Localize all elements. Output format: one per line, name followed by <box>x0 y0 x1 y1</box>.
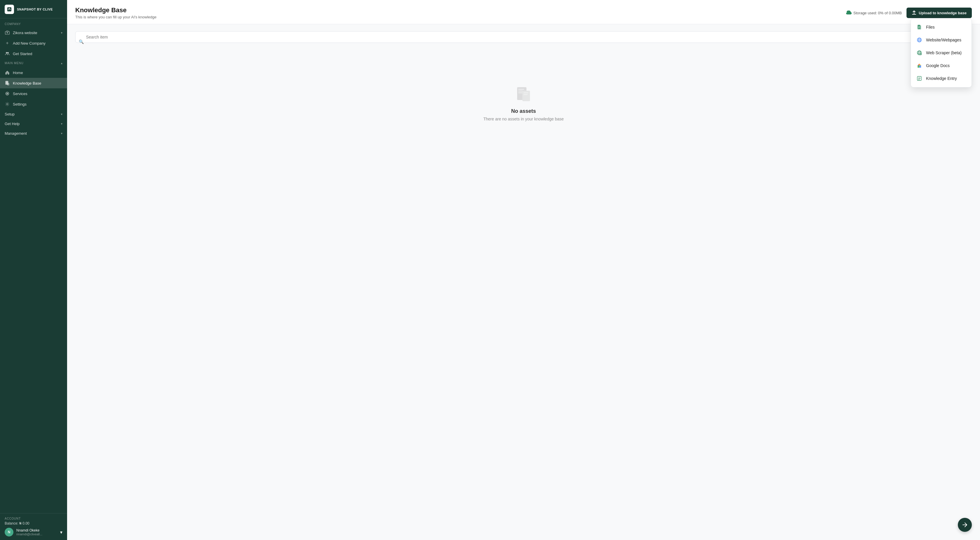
main-content: Knowledge Base This is where you can fil… <box>67 0 980 540</box>
svg-marker-39 <box>920 65 921 68</box>
files-icon <box>916 24 923 30</box>
google-docs-icon <box>916 62 923 69</box>
scraper-label: Web Scraper (beta) <box>926 51 962 55</box>
dropdown-item-gdocs[interactable]: Google Docs <box>911 59 972 72</box>
svg-marker-37 <box>918 64 920 65</box>
svg-rect-19 <box>523 94 528 95</box>
management-label: Management <box>5 131 27 136</box>
gdocs-label: Google Docs <box>926 63 950 68</box>
empty-subtitle: There are no assets in your knowledge ba… <box>483 117 564 121</box>
empty-state: No assets There are no assets in your kn… <box>75 62 972 145</box>
logo-icon <box>5 5 14 14</box>
svg-point-11 <box>7 93 8 94</box>
sidebar-logo: SNAPSHOT BY CLIVE <box>0 0 67 18</box>
storage-text: Storage used: 0% of 0.00MB <box>853 11 902 15</box>
sidebar-item-settings[interactable]: Settings <box>0 99 67 110</box>
knowledge-base-label: Knowledge Base <box>13 81 41 86</box>
website-label: Website/Webpages <box>926 38 961 42</box>
add-company-label: Add New Company <box>13 41 46 46</box>
user-info: Nnamdi Okeke nnamdi@cliveall... <box>16 528 57 536</box>
main-menu-header: Main Menu ▴ <box>0 59 67 67</box>
empty-title: No assets <box>511 108 536 114</box>
svg-rect-40 <box>917 76 921 81</box>
services-label: Services <box>13 92 27 96</box>
sidebar-item-services[interactable]: Services <box>0 88 67 99</box>
setup-label: Setup <box>5 112 14 116</box>
knowledge-base-icon <box>5 81 10 86</box>
page-subtitle: This is where you can fill up your AI's … <box>75 15 157 19</box>
svg-marker-36 <box>920 64 921 65</box>
setup-header[interactable]: Setup ▾ <box>0 110 67 119</box>
knowledge-entry-icon <box>916 75 923 82</box>
dropdown-item-website[interactable]: Website/Webpages <box>911 33 972 46</box>
page-title: Knowledge Base <box>75 6 157 14</box>
get-started-label: Get Started <box>13 52 32 56</box>
company-section-label: Company <box>0 18 67 27</box>
entry-label: Knowledge Entry <box>926 76 957 81</box>
home-label: Home <box>13 71 23 75</box>
storage-info: Storage used: 0% of 0.00MB <box>846 10 902 16</box>
main-header: Knowledge Base This is where you can fil… <box>67 0 980 24</box>
globe-icon <box>916 37 923 43</box>
dropdown-item-scraper[interactable]: Web Scraper (beta) <box>911 46 972 59</box>
account-label: Account <box>5 517 62 520</box>
chevron-down-icon: ▾ <box>61 31 62 34</box>
upload-btn-label: Upload to knowledge base <box>919 11 967 15</box>
svg-rect-14 <box>518 89 524 90</box>
get-help-label: Get Help <box>5 122 19 126</box>
search-input[interactable] <box>75 31 972 43</box>
svg-point-26 <box>918 38 920 42</box>
user-row[interactable]: N Nnamdi Okeke nnamdi@cliveall... ▾ <box>5 528 62 537</box>
web-scraper-icon <box>916 49 923 56</box>
sidebar: SNAPSHOT BY CLIVE Company Zikora website… <box>0 0 67 540</box>
home-icon <box>5 70 10 75</box>
sidebar-account: Account Balance: ₦ 0.00 N Nnamdi Okeke n… <box>0 513 67 540</box>
company-section: Company Zikora website ▾ + Add New Compa… <box>0 18 67 59</box>
svg-marker-38 <box>918 65 920 68</box>
upload-dropdown: Files Website/Webpages Web Scrape <box>911 18 972 87</box>
svg-rect-15 <box>518 91 523 92</box>
page-title-area: Knowledge Base This is where you can fil… <box>75 6 157 19</box>
balance-text: Balance: ₦ 0.00 <box>5 521 62 526</box>
management-header[interactable]: Management ▾ <box>0 129 67 138</box>
user-name: Nnamdi Okeke <box>16 528 57 532</box>
fab-button[interactable] <box>958 518 972 532</box>
main-body: 🔍 No assets There are no assets in your … <box>67 24 980 540</box>
search-wrapper: 🔍 <box>75 31 972 52</box>
svg-point-3 <box>6 52 7 54</box>
company-icon <box>5 30 10 35</box>
avatar: N <box>5 528 13 537</box>
svg-rect-9 <box>7 83 9 85</box>
add-icon: + <box>5 41 10 46</box>
main-menu-section: Main Menu ▴ Home Knowledge Bas <box>0 59 67 110</box>
get-started-item[interactable]: Get Started <box>0 48 67 59</box>
setup-section: Setup ▾ Get Help ▾ Management ▾ <box>0 110 67 138</box>
search-icon: 🔍 <box>79 40 84 44</box>
settings-icon <box>5 102 10 107</box>
svg-rect-18 <box>523 92 528 93</box>
svg-rect-2 <box>7 32 8 33</box>
sidebar-item-home[interactable]: Home <box>0 67 67 78</box>
sidebar-item-knowledge-base[interactable]: Knowledge Base <box>0 78 67 88</box>
user-chevron-icon: ▾ <box>60 529 62 535</box>
chevron-up-icon: ▴ <box>61 62 62 65</box>
setup-chevron-icon: ▾ <box>61 113 62 116</box>
header-right: Storage used: 0% of 0.00MB Upload to kno… <box>846 8 972 18</box>
settings-label: Settings <box>13 102 27 106</box>
svg-point-25 <box>917 38 921 42</box>
empty-state-icon <box>514 85 533 103</box>
users-icon <box>5 51 10 56</box>
dropdown-item-entry[interactable]: Knowledge Entry <box>911 72 972 85</box>
get-help-header[interactable]: Get Help ▾ <box>0 119 67 129</box>
svg-point-4 <box>7 52 9 54</box>
services-icon <box>5 91 10 96</box>
company-item[interactable]: Zikora website ▾ <box>0 27 67 38</box>
add-company-item[interactable]: + Add New Company <box>0 38 67 48</box>
management-chevron-icon: ▾ <box>61 132 62 135</box>
svg-point-12 <box>7 103 8 105</box>
upload-button[interactable]: Upload to knowledge base <box>907 8 972 18</box>
svg-rect-17 <box>522 91 530 101</box>
main-menu-label: Main Menu <box>5 62 23 65</box>
files-label: Files <box>926 25 935 29</box>
dropdown-item-files[interactable]: Files <box>911 21 972 33</box>
